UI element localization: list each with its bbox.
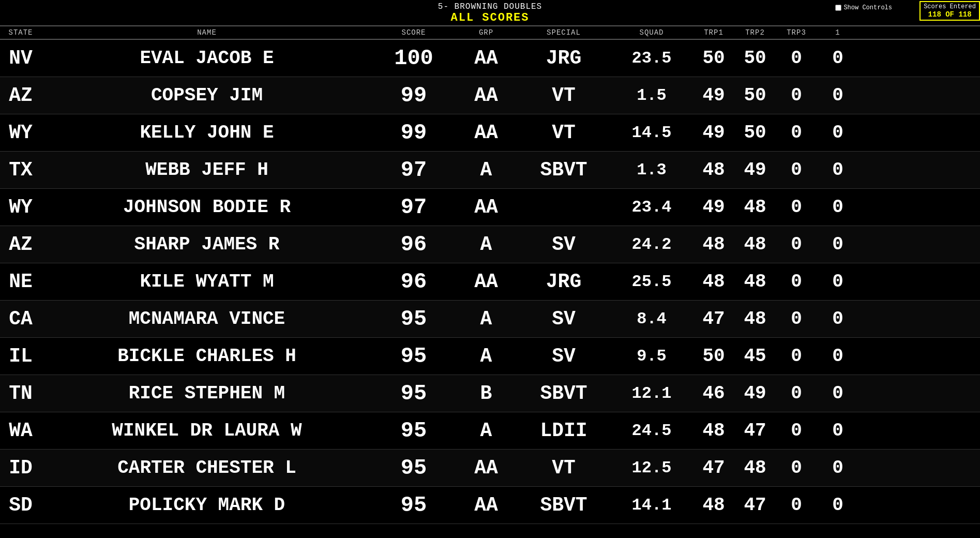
table-row: SDPOLICKY MARK D95AASBVT14.1484700 bbox=[0, 487, 980, 524]
show-controls-checkbox[interactable] bbox=[835, 5, 841, 11]
col-squad: SQUAD bbox=[610, 28, 693, 37]
cell-state: SD bbox=[0, 492, 41, 518]
cell-trp3: 0 bbox=[776, 195, 817, 220]
cell-extra: 0 bbox=[817, 306, 858, 332]
scores-entered-label: Scores Entered bbox=[924, 3, 976, 10]
cell-name: JOHNSON BODIE R bbox=[41, 195, 372, 220]
cell-name: POLICKY MARK D bbox=[41, 492, 372, 518]
cell-extra: 0 bbox=[817, 418, 858, 443]
cell-name: WEBB JEFF H bbox=[41, 157, 372, 183]
cell-grp: A bbox=[455, 343, 517, 369]
cell-trp2: 48 bbox=[734, 455, 776, 481]
page-title: ALL SCORES bbox=[0, 11, 980, 24]
cell-score: 97 bbox=[372, 156, 455, 185]
cell-state: AZ bbox=[0, 231, 41, 258]
cell-trp1: 48 bbox=[693, 269, 734, 294]
cell-trp1: 50 bbox=[693, 343, 734, 369]
cell-squad: 23.5 bbox=[610, 47, 693, 70]
table-header: STATE NAME SCORE GRP SPECIAL SQUAD TRP1 … bbox=[0, 25, 980, 40]
cell-extra: 0 bbox=[817, 157, 858, 183]
top-bar: 5- BROWNING DOUBLES ALL SCORES Show Cont… bbox=[0, 0, 980, 25]
cell-squad: 24.2 bbox=[610, 233, 693, 256]
cell-name: COPSEY JIM bbox=[41, 83, 372, 108]
cell-name: EVAL JACOB E bbox=[41, 46, 372, 71]
table-row: WYKELLY JOHN E99AAVT14.5495000 bbox=[0, 114, 980, 152]
cell-state: WY bbox=[0, 119, 41, 146]
cell-grp: AA bbox=[455, 268, 517, 295]
scores-entered-box: Scores Entered 118 OF 118 bbox=[919, 1, 980, 21]
cell-special: VT bbox=[517, 119, 610, 146]
cell-squad: 1.3 bbox=[610, 158, 693, 182]
cell-trp1: 47 bbox=[693, 306, 734, 332]
cell-name: SHARP JAMES R bbox=[41, 232, 372, 257]
cell-special: SV bbox=[517, 231, 610, 258]
cell-trp1: 49 bbox=[693, 195, 734, 220]
cell-state: AZ bbox=[0, 82, 41, 109]
cell-extra: 0 bbox=[817, 492, 858, 518]
cell-extra: 0 bbox=[817, 455, 858, 481]
cell-score: 95 bbox=[372, 305, 455, 334]
cell-squad: 24.5 bbox=[610, 419, 693, 442]
cell-trp3: 0 bbox=[776, 418, 817, 443]
col-grp: GRP bbox=[455, 28, 517, 37]
show-controls-container: Show Controls bbox=[835, 4, 892, 11]
cell-name: WINKEL DR LAURA W bbox=[41, 418, 372, 443]
cell-trp1: 46 bbox=[693, 381, 734, 406]
cell-special: VT bbox=[517, 82, 610, 109]
cell-special: SBVT bbox=[517, 157, 610, 183]
cell-score: 96 bbox=[372, 230, 455, 259]
cell-state: WY bbox=[0, 194, 41, 220]
col-trp3: TRP3 bbox=[776, 28, 817, 37]
cell-name: MCNAMARA VINCE bbox=[41, 306, 372, 332]
cell-extra: 0 bbox=[817, 83, 858, 108]
cell-state: IL bbox=[0, 343, 41, 369]
cell-name: KELLY JOHN E bbox=[41, 120, 372, 145]
col-trp2: TRP2 bbox=[734, 28, 776, 37]
cell-trp3: 0 bbox=[776, 343, 817, 369]
cell-trp3: 0 bbox=[776, 83, 817, 108]
table-row: AZSHARP JAMES R96ASV24.2484800 bbox=[0, 226, 980, 263]
cell-squad: 14.1 bbox=[610, 494, 693, 517]
cell-special: JRG bbox=[517, 45, 610, 71]
cell-state: NE bbox=[0, 268, 41, 295]
cell-state: CA bbox=[0, 306, 41, 332]
cell-trp1: 48 bbox=[693, 492, 734, 518]
cell-trp2: 48 bbox=[734, 232, 776, 257]
cell-special: VT bbox=[517, 455, 610, 481]
table-row: IDCARTER CHESTER L95AAVT12.5474800 bbox=[0, 450, 980, 487]
cell-grp: B bbox=[455, 380, 517, 407]
cell-squad: 12.5 bbox=[610, 456, 693, 480]
cell-trp3: 0 bbox=[776, 157, 817, 183]
table-row: WAWINKEL DR LAURA W95ALDII24.5484700 bbox=[0, 412, 980, 450]
cell-score: 100 bbox=[372, 44, 455, 73]
cell-squad: 1.5 bbox=[610, 84, 693, 107]
cell-extra: 0 bbox=[817, 381, 858, 406]
cell-extra: 0 bbox=[817, 232, 858, 257]
table-row: ILBICKLE CHARLES H95ASV9.5504500 bbox=[0, 338, 980, 375]
table-row: TXWEBB JEFF H97ASBVT1.3484900 bbox=[0, 152, 980, 189]
cell-score: 95 bbox=[372, 342, 455, 371]
cell-extra: 0 bbox=[817, 46, 858, 71]
table-row: NEKILE WYATT M96AAJRG25.5484800 bbox=[0, 263, 980, 301]
cell-trp2: 50 bbox=[734, 120, 776, 145]
cell-extra: 0 bbox=[817, 269, 858, 294]
cell-extra: 0 bbox=[817, 120, 858, 145]
cell-state: TX bbox=[0, 157, 41, 183]
cell-extra: 0 bbox=[817, 343, 858, 369]
cell-trp3: 0 bbox=[776, 455, 817, 481]
cell-score: 96 bbox=[372, 267, 455, 296]
cell-special: SV bbox=[517, 343, 610, 369]
col-state: STATE bbox=[0, 28, 41, 37]
cell-trp1: 48 bbox=[693, 418, 734, 443]
cell-special: SBVT bbox=[517, 380, 610, 407]
cell-state: TN bbox=[0, 380, 41, 407]
cell-trp1: 50 bbox=[693, 46, 734, 71]
cell-state: ID bbox=[0, 455, 41, 481]
cell-special: SV bbox=[517, 306, 610, 332]
cell-trp3: 0 bbox=[776, 120, 817, 145]
cell-squad: 8.4 bbox=[610, 307, 693, 331]
col-extra: 1 bbox=[817, 28, 858, 37]
cell-trp2: 50 bbox=[734, 46, 776, 71]
show-controls-label: Show Controls bbox=[843, 4, 892, 11]
cell-trp2: 48 bbox=[734, 195, 776, 220]
